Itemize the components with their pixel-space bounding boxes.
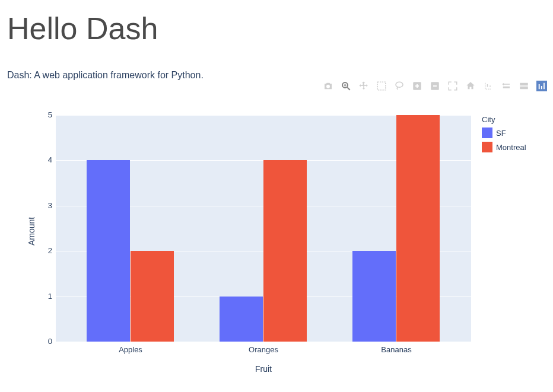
svg-rect-4	[377, 82, 386, 90]
autoscale-icon[interactable]	[447, 81, 458, 91]
plot-area[interactable]	[56, 115, 471, 342]
x-tick: Bananas	[381, 345, 411, 354]
bar-montreal-apples[interactable]	[131, 251, 174, 342]
page-title: Hello Dash	[7, 11, 553, 46]
legend-title: City	[482, 115, 526, 124]
y-tick: 4	[38, 155, 52, 164]
x-tick: Oranges	[249, 345, 278, 354]
zoom-out-icon[interactable]	[430, 81, 440, 91]
bar-montreal-oranges[interactable]	[263, 160, 307, 342]
bar-montreal-bananas[interactable]	[396, 115, 440, 342]
lasso-select-icon[interactable]	[394, 81, 405, 91]
plotly-logo-icon[interactable]	[536, 81, 547, 91]
svg-point-5	[396, 82, 403, 87]
zoom-in-icon[interactable]	[412, 81, 422, 91]
pan-icon[interactable]	[358, 81, 369, 91]
camera-icon[interactable]	[323, 81, 333, 91]
reset-axes-icon[interactable]	[465, 81, 476, 91]
chart-container: 012345 ApplesOrangesBananas Amount Fruit…	[6, 109, 547, 388]
legend-item-sf[interactable]: SF	[482, 128, 526, 138]
legend-label: Montreal	[496, 143, 526, 152]
svg-rect-15	[541, 86, 542, 89]
y-tick: 3	[38, 201, 52, 210]
bar-sf-bananas[interactable]	[352, 251, 396, 342]
compare-hover-icon[interactable]	[519, 81, 529, 91]
svg-line-1	[347, 87, 350, 90]
bar-sf-oranges[interactable]	[220, 297, 263, 342]
x-tick: Apples	[119, 345, 142, 354]
y-axis-label: Amount	[27, 217, 36, 246]
y-tick: 5	[38, 110, 52, 119]
x-axis-label: Fruit	[255, 364, 272, 374]
closest-hover-icon[interactable]	[501, 81, 511, 91]
svg-rect-11	[520, 83, 528, 86]
legend-swatch	[482, 142, 492, 152]
legend-label: SF	[496, 129, 506, 138]
legend: City SFMontreal	[482, 115, 526, 152]
svg-rect-14	[539, 84, 540, 89]
legend-swatch	[482, 128, 492, 138]
box-select-icon[interactable]	[376, 81, 387, 91]
y-tick: 2	[38, 246, 52, 255]
spike-lines-icon[interactable]	[483, 81, 494, 91]
y-tick: 1	[38, 292, 52, 301]
legend-item-montreal[interactable]: Montreal	[482, 142, 526, 152]
y-tick: 0	[38, 337, 52, 346]
zoom-icon[interactable]	[341, 81, 351, 91]
svg-rect-12	[520, 87, 528, 90]
bar-sf-apples[interactable]	[87, 160, 130, 342]
svg-rect-16	[544, 83, 545, 90]
